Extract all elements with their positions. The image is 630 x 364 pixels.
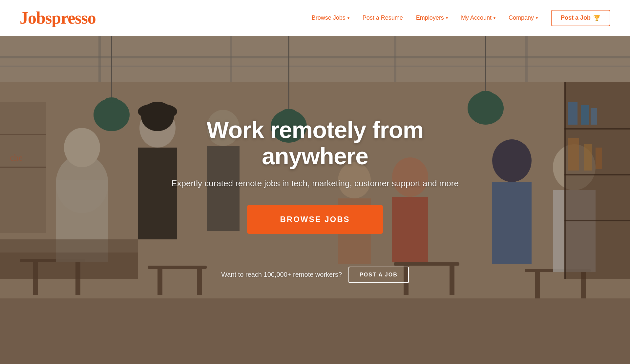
hero-subtitle: Expertly curated remote jobs in tech, ma… (164, 178, 466, 189)
employers-chevron: ▾ (446, 16, 448, 20)
logo-area: Jobspresso (20, 10, 96, 27)
hero-title: Work remotely from anywhere (164, 117, 466, 169)
logo[interactable]: Jobspresso (20, 9, 96, 27)
post-job-label: Post a Job (561, 14, 591, 21)
hero-content: Work remotely from anywhere Expertly cur… (151, 104, 479, 296)
nav-post-resume[interactable]: Post a Resume (363, 14, 403, 21)
post-resume-label: Post a Resume (363, 14, 403, 21)
my-account-chevron: ▾ (494, 16, 495, 20)
company-label: Company (509, 14, 534, 21)
company-chevron: ▾ (536, 16, 538, 20)
trophy-icon: 🏆 (593, 14, 600, 22)
nav-my-account[interactable]: My Account ▾ (461, 14, 495, 21)
nav-browse-jobs[interactable]: Browse Jobs ▾ (312, 14, 349, 21)
post-job-cta: Want to reach 100,000+ remote workers? P… (164, 267, 466, 283)
cta-text: Want to reach 100,000+ remote workers? (221, 271, 342, 278)
nav-employers[interactable]: Employers ▾ (416, 14, 448, 21)
hero-section: che Work remotely from anywhere Expertly… (0, 36, 630, 364)
main-nav: Browse Jobs ▾ Post a Resume Employers ▾ … (312, 10, 610, 26)
nav-company[interactable]: Company ▾ (509, 14, 538, 21)
header: Jobspresso Browse Jobs ▾ Post a Resume E… (0, 0, 630, 36)
post-job-button[interactable]: Post a Job 🏆 (551, 10, 610, 26)
cta-post-job-button[interactable]: POST A JOB (348, 267, 409, 283)
browse-jobs-chevron: ▾ (347, 16, 349, 20)
browse-jobs-button[interactable]: BROWSE JOBS (247, 205, 383, 234)
my-account-label: My Account (461, 14, 492, 21)
browse-jobs-label: Browse Jobs (312, 14, 346, 21)
employers-label: Employers (416, 14, 444, 21)
browse-jobs-container: BROWSE JOBS (164, 205, 466, 250)
